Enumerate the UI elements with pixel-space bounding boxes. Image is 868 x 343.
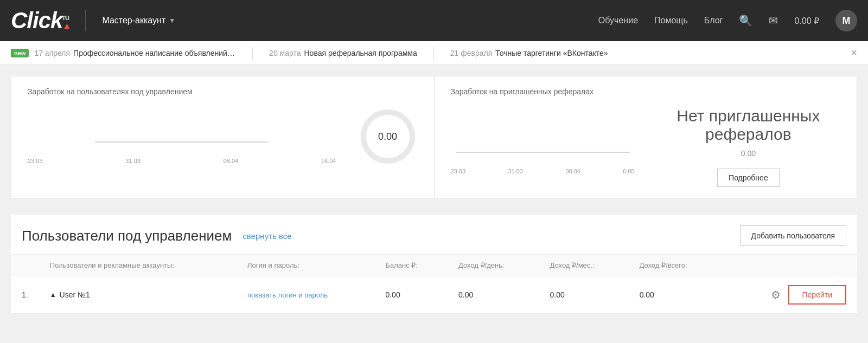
- goto-button[interactable]: Перейти: [788, 285, 846, 305]
- referral-content: 23.03 31.03 08.04 6.05 Нет приглашенных …: [451, 107, 841, 187]
- chart-label-1: 23.03: [28, 158, 43, 164]
- managed-chart-svg: [28, 109, 336, 153]
- detail-button[interactable]: Подробнее: [717, 169, 780, 187]
- referral-message-area: Нет приглашенных рефералов 0.00 Подробне…: [656, 107, 840, 187]
- users-table-head: Пользователи и рекламные аккаунты: Логин…: [11, 255, 857, 276]
- nav-learning[interactable]: Обучение: [598, 16, 638, 25]
- nav-help[interactable]: Помощь: [654, 16, 688, 25]
- user-name-cell: ▲ User №1: [39, 276, 237, 314]
- news-date-3: 21 февраля: [450, 49, 493, 57]
- collapse-all-link[interactable]: свернуть все: [242, 231, 291, 241]
- user-income-total: 0.00: [629, 276, 723, 314]
- table-header-row: Пользователи и рекламные аккаунты: Логин…: [11, 255, 857, 276]
- master-account-label: Мастер-аккаунт: [102, 16, 165, 25]
- managed-earnings-panel: Заработок на пользователях под управлени…: [11, 76, 435, 198]
- header: Clickru ▲ Мастер-аккаунт ▼ Обучение Помо…: [0, 0, 868, 41]
- users-header: Пользователи под управлением свернуть вс…: [11, 215, 857, 255]
- donut-chart: 0.00: [358, 107, 418, 166]
- news-separator-2: [433, 47, 434, 60]
- users-section-title: Пользователи под управлением: [22, 228, 232, 244]
- news-badge: new: [11, 49, 29, 57]
- search-icon[interactable]: 🔍: [739, 14, 752, 27]
- referral-line-chart: 23.03 31.03 08.04 6.05: [451, 120, 635, 174]
- user-actions-cell: ⚙ Перейти: [723, 276, 857, 314]
- users-section: Пользователи под управлением свернуть вс…: [11, 215, 857, 314]
- donut-value: 0.00: [378, 131, 397, 143]
- user-action-buttons: ⚙ Перейти: [733, 285, 846, 305]
- no-referrals-text: Нет приглашенных рефералов: [656, 107, 840, 144]
- chevron-down-icon: ▼: [169, 17, 175, 24]
- news-item-2[interactable]: 20 марта Новая реферальная программа: [269, 49, 417, 57]
- user-login-cell: показать логин и пароль: [237, 276, 374, 314]
- ref-chart-label-1: 23.03: [451, 168, 466, 174]
- news-date-1: 17 апреля: [34, 49, 70, 57]
- ref-chart-label-4: 6.05: [623, 168, 634, 174]
- add-user-button[interactable]: Добавить пользователя: [740, 225, 846, 246]
- referral-value: 0.00: [741, 149, 756, 158]
- logo-cursor: ▲: [62, 21, 72, 31]
- referral-earnings-title: Заработок на приглашенных рефералах: [451, 87, 841, 96]
- news-separator-1: [252, 47, 253, 60]
- news-item-3[interactable]: 21 февраля Точные таргетинги «ВКонтакте»: [450, 49, 608, 57]
- news-close-icon[interactable]: ×: [851, 47, 857, 59]
- users-table-body: 1. ▲ User №1 показать логин и пароль 0.0…: [11, 276, 857, 314]
- mail-icon[interactable]: ✉: [769, 14, 778, 27]
- th-income-total: Доход ₽/всего:: [629, 255, 723, 276]
- show-login-link[interactable]: показать логин и пароль: [247, 291, 328, 299]
- ref-chart-label-2: 31.03: [508, 168, 523, 174]
- user-income-month: 0.00: [539, 276, 629, 314]
- th-actions: [723, 255, 857, 276]
- managed-chart-labels: 23.03 31.03 08.04 16.04: [28, 158, 336, 164]
- users-table: Пользователи и рекламные аккаунты: Логин…: [11, 255, 857, 314]
- avatar[interactable]: М: [835, 10, 857, 31]
- news-item-1[interactable]: 17 апреля Профессиональное написание объ…: [34, 49, 236, 57]
- managed-earnings-chart-area: 23.03 31.03 08.04 16.04 0.00: [28, 107, 418, 166]
- th-income-month: Доход ₽/мес.:: [539, 255, 629, 276]
- logo-text: Click: [11, 8, 62, 33]
- managed-line-chart: 23.03 31.03 08.04 16.04: [28, 109, 336, 164]
- settings-button[interactable]: ⚙: [769, 286, 783, 303]
- chart-label-4: 16.04: [321, 158, 336, 164]
- referral-earnings-panel: Заработок на приглашенных рефералах 23.0…: [435, 76, 857, 198]
- header-nav: Обучение Помощь Блог 🔍 ✉ 0.00 ₽ М: [598, 10, 857, 31]
- th-users: Пользователи и рекламные аккаунты:: [39, 255, 237, 276]
- chart-label-3: 08.04: [224, 158, 239, 164]
- user-income-day: 0.00: [448, 276, 539, 314]
- user-expand-icon[interactable]: ▲: [50, 291, 56, 299]
- ref-chart-label-3: 08.04: [565, 168, 580, 174]
- avatar-letter: М: [843, 15, 851, 27]
- nav-blog[interactable]: Блог: [704, 16, 723, 25]
- th-num: [11, 255, 39, 276]
- logo: Clickru ▲: [11, 9, 69, 32]
- user-name: User №1: [60, 290, 90, 299]
- news-title-1: Профессиональное написание объявлений дл…: [73, 49, 236, 57]
- managed-earnings-title: Заработок на пользователях под управлени…: [28, 87, 418, 96]
- main-content: Заработок на пользователях под управлени…: [0, 65, 868, 325]
- chart-label-2: 31.03: [125, 158, 141, 164]
- news-title-2: Новая реферальная программа: [304, 49, 417, 57]
- th-balance: Баланс ₽:: [374, 255, 448, 276]
- news-bar: new 17 апреля Профессиональное написание…: [0, 41, 868, 65]
- referral-chart-svg: [451, 120, 635, 163]
- header-balance: 0.00 ₽: [794, 16, 819, 26]
- earnings-section: Заработок на пользователях под управлени…: [11, 76, 857, 198]
- referral-chart-labels: 23.03 31.03 08.04 6.05: [451, 168, 635, 174]
- user-name-wrapper: ▲ User №1: [50, 290, 226, 299]
- news-title-3: Точные таргетинги «ВКонтакте»: [495, 49, 608, 57]
- header-divider: [85, 10, 86, 31]
- user-balance: 0.00: [374, 276, 448, 314]
- table-row: 1. ▲ User №1 показать логин и пароль 0.0…: [11, 276, 857, 314]
- news-date-2: 20 марта: [269, 49, 301, 57]
- user-num: 1.: [11, 276, 39, 314]
- th-login: Логин и пароль:: [237, 255, 374, 276]
- th-income-day: Доход ₽/день:: [448, 255, 539, 276]
- master-account-menu[interactable]: Мастер-аккаунт ▼: [102, 16, 175, 25]
